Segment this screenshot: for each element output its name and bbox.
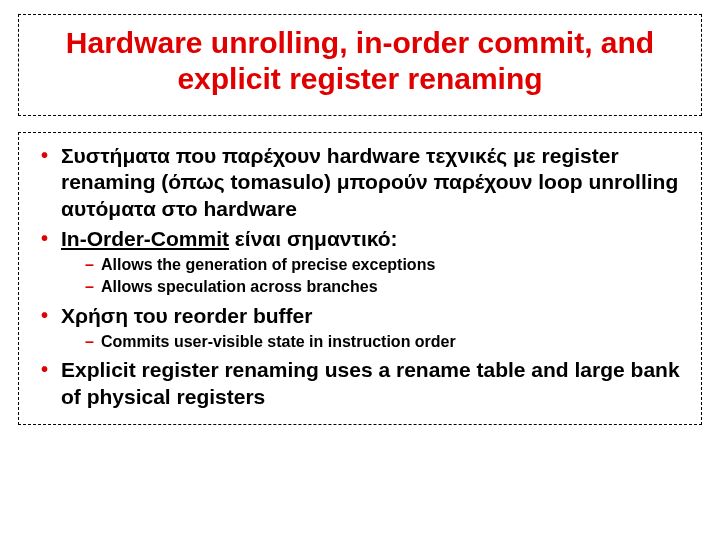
body-box: Συστήματα που παρέχουν hardware τεχνικές… [18,132,702,425]
sub-item: Allows the generation of precise excepti… [61,254,683,276]
bullet-item: In-Order-Commit είναι σημαντικό: Allows … [37,226,683,299]
bullet-text: είναι σημαντικό: [229,227,398,250]
bullet-list: Συστήματα που παρέχουν hardware τεχνικές… [37,143,683,410]
sub-item: Allows speculation across branches [61,276,683,298]
sub-list: Commits user-visible state in instructio… [61,331,683,353]
bullet-item: Συστήματα που παρέχουν hardware τεχνικές… [37,143,683,222]
sub-list: Allows the generation of precise excepti… [61,254,683,299]
bullet-item: Χρήση του reorder buffer Commits user-vi… [37,303,683,354]
bullet-text: Χρήση του reorder buffer [61,304,312,327]
slide-title: Hardware unrolling, in-order commit, and… [35,25,685,97]
underlined-text: In-Order-Commit [61,227,229,250]
sub-item: Commits user-visible state in instructio… [61,331,683,353]
title-box: Hardware unrolling, in-order commit, and… [18,14,702,116]
bullet-item: Explicit register renaming uses a rename… [37,357,683,410]
slide: Hardware unrolling, in-order commit, and… [0,0,720,540]
